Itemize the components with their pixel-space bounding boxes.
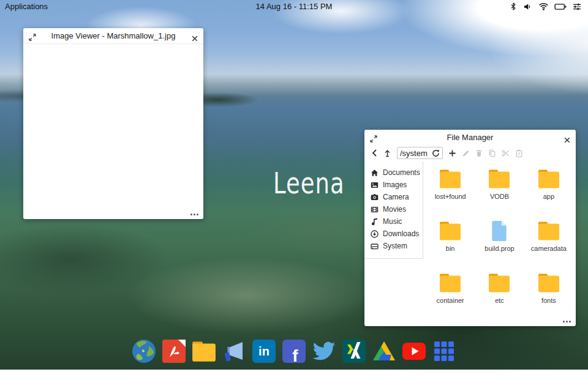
xing-icon [342,340,366,363]
home-icon [371,169,379,177]
file-item[interactable]: container [426,273,475,320]
status-tray [509,1,582,12]
folder-icon [191,341,217,362]
file-manager-sidebar: Documents Images Camera Movies Music Dow… [364,162,423,259]
film-icon [371,206,379,214]
sidebar-item-movies[interactable]: Movies [371,203,423,215]
resize-dots[interactable] [563,321,571,322]
pdf-icon [162,339,186,363]
folder-icon [537,221,561,241]
storage-icon [371,242,379,250]
tune-icon[interactable] [572,2,582,12]
linkedin-icon: in [252,340,276,363]
close-icon[interactable] [564,135,570,146]
folder-icon [438,273,462,293]
copy-button[interactable] [488,149,496,157]
file-item[interactable]: VODB [475,169,524,216]
file-manager-body: Documents Images Camera Movies Music Dow… [364,162,576,316]
clock: 14 Aug 16 - 11:15 PM [0,2,588,11]
file-grid: lost+found VODB app bin build.prop camer… [423,162,576,316]
back-button[interactable] [371,149,378,157]
dock-youtube[interactable] [401,338,428,364]
folder-icon [487,273,511,293]
dock-google-drive[interactable] [371,338,398,364]
dock-pdf-reader[interactable] [160,338,187,364]
image-viewer-titlebar[interactable]: Image Viewer - Marshmallow_1.jpg [23,28,203,44]
folder-icon [438,169,462,189]
dock-web-browser[interactable] [130,338,157,364]
expand-icon[interactable] [370,134,377,145]
folder-icon [487,169,511,189]
paste-button[interactable] [515,149,523,157]
dock-announcements[interactable] [221,338,247,364]
sidebar-item-system[interactable]: System [371,240,423,252]
folder-icon [537,169,561,189]
file-item[interactable]: lost+found [426,169,475,216]
file-item[interactable]: cameradata [524,221,573,268]
expand-icon[interactable] [29,32,36,43]
music-icon [371,218,379,226]
app-grid-icon [432,340,456,363]
dock-xing[interactable] [341,338,368,364]
dock-linkedin[interactable]: in [251,338,277,364]
dock-twitter[interactable] [311,338,337,364]
rename-button[interactable] [462,149,470,157]
image-viewer-window: Image Viewer - Marshmallow_1.jpg [23,28,203,219]
file-manager-title: File Manager [447,133,494,142]
battery-icon[interactable] [554,2,567,11]
folder-icon [438,221,462,241]
bottom-strip [0,370,588,391]
twitter-icon [312,339,336,363]
top-bar: Applications 14 Aug 16 - 11:15 PM [0,0,588,13]
camera-icon [371,193,379,201]
file-manager-window: File Manager Documents Images [364,130,576,326]
path-box [397,147,443,159]
image-icon [371,181,379,189]
bluetooth-icon[interactable] [509,1,518,12]
file-manager-toolbar [364,144,576,162]
file-item[interactable]: etc [475,273,524,320]
sidebar-item-documents[interactable]: Documents [371,166,423,179]
youtube-icon [401,339,427,363]
image-viewer-title: Image Viewer - Marshmallow_1.jpg [51,31,176,40]
cut-button[interactable] [502,149,510,157]
dock: in f [130,338,458,364]
image-content [26,44,201,208]
new-folder-button[interactable] [448,149,456,157]
sidebar-item-music[interactable]: Music [371,215,423,228]
file-item[interactable]: build.prop [475,221,524,268]
refresh-icon[interactable] [432,149,440,157]
wifi-icon[interactable] [538,2,549,11]
facebook-icon: f [282,340,306,363]
path-input[interactable] [400,149,432,158]
dock-app-launcher[interactable] [431,338,458,364]
globe-icon [132,339,156,363]
dock-facebook[interactable]: f [281,338,307,364]
up-button[interactable] [383,149,391,157]
file-item[interactable]: bin [426,221,475,268]
file-manager-titlebar[interactable]: File Manager [364,130,576,144]
google-drive-icon [372,340,396,362]
resize-dots[interactable] [190,214,198,215]
delete-button[interactable] [475,149,483,157]
file-item[interactable]: app [524,169,573,216]
download-icon [371,230,379,238]
folder-icon [537,273,561,293]
close-icon[interactable] [192,33,198,44]
file-icon [491,221,507,241]
volume-icon[interactable] [523,2,533,12]
file-item[interactable]: fonts [524,273,573,320]
sidebar-item-images[interactable]: Images [371,179,423,191]
wallpaper-watermark: Leena [273,166,345,201]
sidebar-item-downloads[interactable]: Downloads [371,228,423,240]
sidebar-item-camera[interactable]: Camera [371,191,423,203]
megaphone-icon [222,339,246,363]
dock-file-manager[interactable] [190,338,217,364]
